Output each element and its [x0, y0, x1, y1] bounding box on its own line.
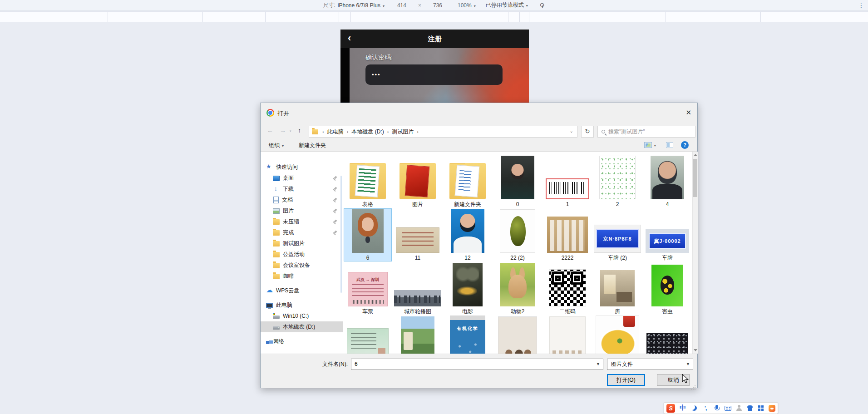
confirm-password-input[interactable]: ••• — [365, 64, 503, 85]
scroll-down-icon[interactable] — [694, 349, 697, 351]
filename-chevron-icon[interactable]: ▼ — [596, 359, 600, 370]
file-item-mountain[interactable] — [394, 315, 442, 354]
sidebar-item-uncompressed[interactable]: 未压缩 — [261, 216, 343, 227]
resize-grip[interactable] — [695, 385, 695, 386]
file-item-plate[interactable]: 冀J·00002车牌 — [643, 208, 691, 261]
file-thumbnail — [498, 316, 537, 354]
nav-up-icon[interactable]: ↑ — [298, 127, 301, 134]
file-item-img-2222[interactable]: 2222 — [543, 208, 592, 261]
cancel-button[interactable]: 取消 — [657, 374, 690, 386]
file-item-qrcode[interactable]: 二维码 — [543, 262, 592, 315]
sidebar-item-meeting-room[interactable]: 会议室设备 — [261, 260, 343, 271]
file-item-img-1[interactable]: 1 — [543, 155, 592, 208]
dialog-title-bar[interactable]: 打开 ✕ — [261, 103, 697, 123]
file-grid-scrollbar[interactable] — [692, 152, 698, 354]
sidebar-item-charity[interactable]: 公益活动 — [261, 249, 343, 260]
refresh-icon[interactable]: ↻ — [581, 126, 594, 138]
file-item-folder-pictures[interactable]: 图片 — [394, 155, 442, 208]
file-item-partial-1[interactable] — [493, 315, 542, 354]
skin-icon[interactable] — [747, 405, 753, 411]
file-item-city[interactable]: 城市轮播图 — [394, 262, 442, 315]
sidebar-item-downloads[interactable]: 下载 — [261, 183, 343, 194]
sidebar-item-done[interactable]: 完成 — [261, 227, 343, 238]
scroll-up-icon[interactable] — [694, 154, 697, 156]
night-mode-icon[interactable] — [690, 404, 698, 412]
sidebar-item-quick-access[interactable]: 快速访问 — [261, 162, 343, 172]
sidebar-item-local-disk-d[interactable]: 本地磁盘 (D:) — [261, 321, 343, 332]
sidebar-item-network[interactable]: 网络 — [261, 336, 343, 347]
breadcrumb-item-this-pc[interactable]: 此电脑 — [326, 128, 345, 136]
file-item-folder-sheets[interactable]: 表格 — [344, 155, 392, 208]
sogou-logo-icon[interactable]: S — [666, 404, 675, 413]
file-item-partial-2[interactable] — [543, 315, 592, 354]
sidebar-item-win10-c[interactable]: Win10 (C:) — [261, 310, 343, 321]
search-input[interactable]: 搜索"测试图片" — [597, 126, 695, 138]
file-label: 城市轮播图 — [404, 308, 431, 315]
view-mode-chevron-icon[interactable]: ▾ — [654, 144, 656, 148]
sidebar-item-pictures[interactable]: 图片 — [261, 205, 343, 216]
file-item-folder-new[interactable]: 新建文件夹 — [444, 155, 492, 208]
file-item-img-22-2[interactable]: 22 (2) — [493, 208, 542, 261]
file-item-img-0[interactable]: 0 — [493, 155, 542, 208]
more-options-icon[interactable]: ⋮ — [858, 1, 864, 9]
back-icon[interactable]: ‹ — [348, 32, 351, 44]
throttle-select[interactable]: 已停用节流模式 — [486, 1, 528, 9]
file-item-plate-2[interactable]: 京N·8P8F8车牌 (2) — [593, 208, 641, 261]
file-item-img-4[interactable]: 4 — [643, 155, 691, 208]
smart-assistant-icon[interactable] — [769, 405, 775, 412]
file-thumbnail — [350, 163, 386, 199]
breadcrumb-item-local-disk-d[interactable]: 本地磁盘 (D:) — [350, 128, 385, 136]
preview-pane-icon[interactable] — [666, 142, 673, 148]
breadcrumb-chevron-icon[interactable]: ⌄ — [570, 128, 573, 133]
file-item-img-11[interactable]: 11 — [394, 208, 442, 261]
file-item-img-2[interactable]: 2 — [593, 155, 641, 208]
breadcrumb[interactable]: › 此电脑›本地磁盘 (D:)›测试图片› ⌄ — [309, 126, 577, 138]
lang-chinese-icon[interactable]: 中 — [679, 404, 686, 412]
viewport-height-input[interactable]: 736 — [433, 2, 442, 9]
file-item-pest[interactable]: 害虫 — [643, 262, 691, 315]
file-item-room[interactable]: 房 — [593, 262, 641, 315]
user-account-icon[interactable] — [735, 404, 743, 412]
file-item-img-6[interactable]: 6 — [344, 208, 392, 261]
view-mode-icon[interactable] — [644, 142, 652, 148]
file-item-animal2[interactable]: 动物2 — [493, 262, 542, 315]
scrollbar-thumb[interactable] — [693, 159, 697, 197]
zoom-select[interactable]: 100% — [458, 2, 476, 9]
file-item-ticket[interactable]: 武汉 → 深圳车票 — [344, 262, 392, 315]
device-select[interactable]: iPhone 6/7/8 Plus — [338, 2, 385, 9]
file-thumbnail — [500, 263, 535, 306]
help-icon[interactable]: ? — [681, 141, 689, 149]
close-icon[interactable]: ✕ — [686, 108, 691, 117]
file-item-movie[interactable]: 电影 — [444, 262, 492, 315]
file-item-food[interactable] — [593, 315, 641, 354]
file-item-crowd[interactable] — [643, 315, 691, 354]
password-dots: ••• — [372, 71, 381, 78]
filetype-chevron-icon[interactable]: ▼ — [686, 359, 690, 370]
punctuation-icon[interactable]: ’, — [702, 404, 709, 412]
filename-input[interactable]: 6 ▼ — [351, 359, 603, 370]
sidebar-scrollbar[interactable] — [340, 176, 342, 293]
organize-button[interactable]: 组织 — [269, 142, 284, 149]
new-folder-button[interactable]: 新建文件夹 — [299, 142, 326, 149]
sidebar-item-this-pc[interactable]: 此电脑 — [261, 300, 343, 310]
sidebar-item-coffee[interactable]: 咖啡 — [261, 271, 343, 281]
rotate-viewport-icon[interactable]: ⟳ — [539, 3, 546, 8]
file-item-idcard[interactable] — [344, 315, 392, 354]
toolbox-icon[interactable] — [757, 404, 764, 412]
nav-back-icon[interactable]: ← — [267, 127, 273, 134]
sidebar-item-documents[interactable]: 文档 — [261, 194, 343, 205]
nav-forward-icon[interactable]: → — [280, 127, 286, 134]
filetype-select[interactable]: 图片文件 ▼ — [607, 359, 693, 370]
soft-keyboard-icon[interactable] — [725, 406, 731, 411]
pin-icon — [332, 219, 337, 224]
sidebar-item-test-images[interactable]: 测试图片 — [261, 238, 343, 249]
viewport-width-input[interactable]: 414 — [397, 2, 406, 9]
file-item-img-12[interactable]: 12 — [444, 208, 492, 261]
breadcrumb-item-test-images[interactable]: 测试图片 — [391, 128, 414, 136]
open-button[interactable]: 打开(O) — [607, 374, 645, 386]
microphone-icon[interactable] — [713, 404, 720, 412]
sidebar-item-desktop[interactable]: 桌面 — [261, 172, 343, 183]
sidebar-item-wps-cloud[interactable]: WPS云盘 — [261, 285, 343, 296]
file-item-book[interactable]: 有机化学 — [444, 315, 492, 354]
nav-history-chevron-icon[interactable]: ▾ — [290, 129, 291, 133]
